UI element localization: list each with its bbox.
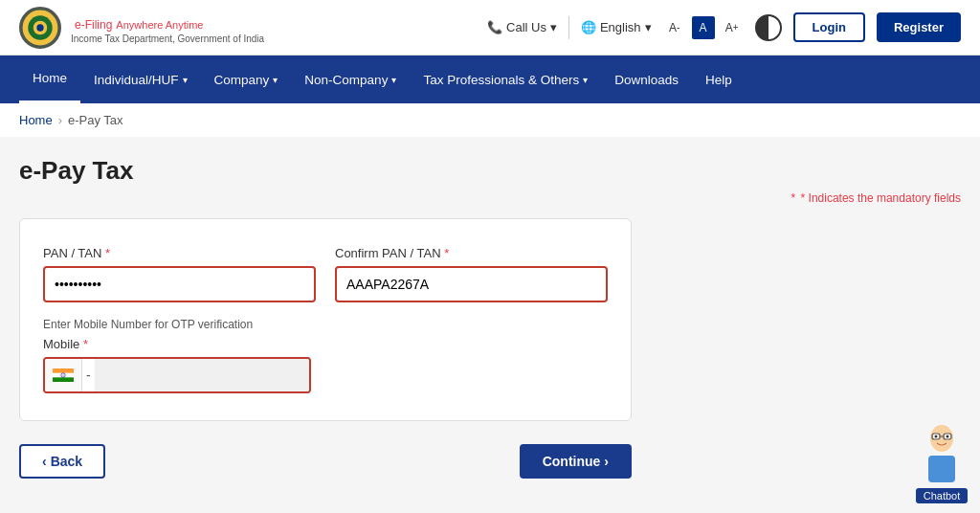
header-right: 📞 Call Us ▾ 🌐 English ▾ A- A A+ Login Re… — [487, 12, 961, 42]
flag-prefix — [45, 359, 82, 391]
svg-point-14 — [947, 435, 949, 438]
main-content: e-Pay Tax * * Indicates the mandatory fi… — [0, 137, 980, 513]
nav-chevron-non-company: ▾ — [391, 75, 396, 85]
nav-chevron-tax-professionals: ▾ — [583, 75, 588, 85]
nav-item-company[interactable]: Company ▾ — [201, 56, 292, 103]
form-card: PAN / TAN * Confirm PAN / TAN * Enter Mo… — [19, 218, 632, 421]
mandatory-note: * * Indicates the mandatory fields — [19, 191, 961, 205]
india-flag-icon — [53, 368, 74, 382]
logo-title: e-FilingAnywhere Anytime — [71, 11, 264, 33]
nav-item-help[interactable]: Help — [692, 56, 746, 103]
svg-rect-6 — [53, 377, 74, 382]
login-button[interactable]: Login — [793, 12, 865, 42]
nav-item-home[interactable]: Home — [19, 56, 80, 103]
action-row: ‹ Back Continue › — [19, 421, 632, 488]
confirm-pan-input[interactable] — [335, 266, 608, 302]
language-selector[interactable]: 🌐 English ▾ — [581, 20, 652, 34]
phone-icon: 📞 — [487, 20, 502, 34]
svg-point-8 — [63, 375, 64, 376]
globe-icon: 🌐 — [581, 20, 596, 34]
header-separator — [568, 16, 569, 39]
font-increase-button[interactable]: A+ — [721, 16, 744, 39]
logo-subtitle: Income Tax Department, Government of Ind… — [71, 33, 264, 45]
confirm-pan-group: Confirm PAN / TAN * — [335, 246, 608, 302]
pan-input[interactable] — [43, 266, 316, 302]
confirm-pan-label: Confirm PAN / TAN * — [335, 246, 608, 260]
continue-button[interactable]: Continue › — [520, 444, 632, 479]
chatbot-widget[interactable]: Chatbot — [913, 419, 970, 503]
breadcrumb-separator: › — [58, 113, 62, 127]
top-header: e-FilingAnywhere Anytime Income Tax Depa… — [0, 0, 980, 56]
logo-text: e-FilingAnywhere Anytime Income Tax Depa… — [71, 11, 264, 45]
pan-label: PAN / TAN * — [43, 246, 316, 260]
breadcrumb-current: e-Pay Tax — [68, 113, 123, 127]
emblem-icon — [19, 7, 61, 49]
pan-group: PAN / TAN * — [43, 246, 316, 302]
mobile-group: Mobile * - — [43, 337, 608, 393]
nav-item-individual[interactable]: Individual/HUF ▾ — [80, 56, 201, 103]
mobile-label: Mobile * — [43, 337, 608, 351]
svg-point-3 — [36, 24, 43, 31]
nav-item-downloads[interactable]: Downloads — [601, 56, 692, 103]
lang-chevron: ▾ — [645, 20, 652, 34]
font-decrease-button[interactable]: A- — [663, 16, 686, 39]
svg-rect-10 — [928, 456, 955, 482]
otp-hint: Enter Mobile Number for OTP verification — [43, 318, 608, 331]
register-button[interactable]: Register — [877, 12, 961, 42]
mobile-input-wrapper: - — [43, 357, 311, 393]
svg-point-13 — [935, 435, 938, 438]
call-us-chevron: ▾ — [550, 20, 557, 34]
font-normal-button[interactable]: A — [692, 16, 715, 39]
logo-area: e-FilingAnywhere Anytime Income Tax Depa… — [19, 7, 264, 49]
breadcrumb: Home › e-Pay Tax — [0, 103, 980, 137]
nav-bar: Home Individual/HUF ▾ Company ▾ Non-Comp… — [0, 56, 980, 103]
breadcrumb-home-link[interactable]: Home — [19, 113, 53, 127]
chatbot-avatar — [913, 419, 970, 486]
nav-chevron-individual: ▾ — [183, 75, 188, 85]
nav-item-non-company[interactable]: Non-Company ▾ — [291, 56, 410, 103]
nav-item-tax-professionals[interactable]: Tax Professionals & Others ▾ — [410, 56, 601, 103]
continue-chevron-icon: › — [604, 454, 609, 469]
contrast-toggle[interactable] — [755, 14, 782, 41]
mobile-input[interactable] — [95, 359, 309, 391]
pan-row: PAN / TAN * Confirm PAN / TAN * — [43, 246, 608, 302]
chatbot-label: Chatbot — [916, 488, 969, 503]
font-controls: A- A A+ — [663, 16, 744, 39]
svg-rect-5 — [53, 368, 74, 373]
page-title: e-Pay Tax — [19, 156, 961, 186]
chatbot-figure-icon — [913, 419, 970, 486]
nav-chevron-company: ▾ — [273, 75, 278, 85]
back-chevron-icon: ‹ — [42, 454, 47, 469]
call-us-button[interactable]: 📞 Call Us ▾ — [487, 20, 557, 34]
mobile-dash: - — [86, 368, 91, 383]
back-button[interactable]: ‹ Back — [19, 444, 105, 479]
